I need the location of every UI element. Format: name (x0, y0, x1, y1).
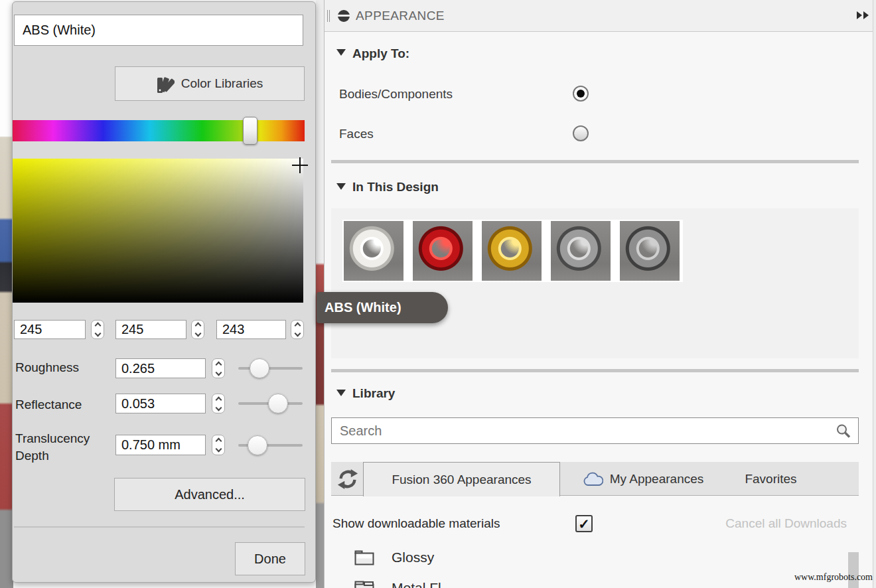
material-tooltip: ABS (White) (317, 292, 448, 323)
panel-title: APPEARANCE (356, 9, 445, 23)
hue-slider-track[interactable] (13, 120, 305, 141)
appearance-panel-header[interactable]: APPEARANCE (325, 0, 876, 32)
color-crosshair[interactable] (292, 157, 308, 173)
blue-value-input[interactable] (216, 320, 286, 339)
open-folder-icon (354, 580, 374, 588)
done-button[interactable]: Done (235, 542, 305, 575)
tab-my-appearances[interactable]: My Appearances (560, 462, 726, 496)
fusion360-screen: Color Libraries Roughness Reflectance (0, 0, 876, 588)
reflectance-stepper[interactable] (212, 394, 225, 413)
color-libraries-button[interactable]: Color Libraries (115, 66, 305, 101)
canvas-background-left (0, 0, 13, 588)
red-stepper[interactable] (91, 320, 104, 339)
library-tab-bar: Fusion 360 Appearances My Appearances Fa… (331, 462, 859, 496)
material-thumbnail-red-glossy[interactable] (413, 221, 473, 281)
roughness-label: Roughness (15, 360, 79, 375)
panel-right-edge (873, 0, 876, 588)
red-value-input[interactable] (14, 320, 86, 339)
blue-stepper[interactable] (291, 320, 304, 339)
folder-icon (354, 550, 374, 565)
roughness-slider-track[interactable] (238, 367, 303, 370)
apply-to-collapse-icon[interactable] (336, 49, 346, 56)
category-row-metal-flake[interactable]: Metal Fl (354, 580, 441, 588)
material-thumbnail-chrome[interactable] (551, 221, 611, 281)
reflectance-input[interactable] (115, 394, 206, 413)
design-materials-strip (342, 220, 683, 282)
translucency-depth-label: Translucency Depth (15, 430, 115, 465)
translucency-depth-input[interactable] (115, 435, 206, 455)
library-search-box (331, 417, 859, 444)
radio-bodies-components[interactable] (573, 86, 589, 102)
saturation-value-field[interactable] (13, 159, 303, 303)
panel-drag-grip[interactable] (327, 10, 330, 22)
show-downloadable-label: Show downloadable materials (332, 516, 500, 531)
hue-slider-handle[interactable] (243, 117, 257, 145)
tab-label: Favorites (745, 472, 796, 486)
refresh-icon[interactable] (336, 468, 359, 490)
library-header: Library (352, 386, 395, 401)
in-this-design-collapse-icon[interactable] (336, 183, 346, 190)
cancel-all-downloads-button[interactable]: Cancel all Downloads (725, 516, 847, 531)
category-row-glossy[interactable]: Glossy (354, 550, 434, 565)
search-icon[interactable] (836, 423, 851, 439)
show-downloadable-checkbox[interactable]: ✓ (575, 515, 593, 532)
tab-fusion-360-appearances[interactable]: Fusion 360 Appearances (363, 462, 560, 496)
section-divider (331, 369, 859, 372)
option-bodies-components-label: Bodies/Components (339, 87, 453, 102)
tab-favorites[interactable]: Favorites (726, 462, 816, 496)
appearance-sphere-icon (338, 10, 350, 22)
swatch-fan-icon (157, 74, 175, 94)
translucency-slider-handle[interactable] (248, 435, 267, 455)
reflectance-slider-handle[interactable] (268, 394, 288, 413)
roughness-input[interactable] (115, 358, 206, 378)
color-libraries-label: Color Libraries (181, 76, 263, 91)
cloud-icon (583, 471, 603, 486)
option-faces-label: Faces (339, 127, 374, 141)
in-this-design-header: In This Design (352, 180, 439, 194)
dialog-divider (14, 526, 305, 528)
material-thumbnail-steel[interactable] (620, 221, 680, 281)
reflectance-label: Reflectance (15, 398, 82, 412)
appearance-name-input[interactable] (14, 15, 303, 46)
roughness-slider-handle[interactable] (250, 358, 269, 378)
tab-label: My Appearances (610, 472, 704, 486)
material-thumbnail-white-plastic[interactable] (344, 221, 403, 281)
in-this-design-area (331, 208, 859, 358)
translucency-stepper[interactable] (212, 435, 225, 455)
radio-faces[interactable] (573, 125, 589, 141)
watermark: www.mfgrobots.com (794, 572, 873, 583)
category-label: Glossy (392, 550, 434, 565)
library-collapse-icon[interactable] (336, 390, 346, 396)
roughness-stepper[interactable] (212, 358, 225, 378)
tab-label: Fusion 360 Appearances (392, 473, 531, 487)
library-search-input[interactable] (332, 418, 858, 443)
section-divider (331, 160, 859, 163)
green-value-input[interactable] (115, 320, 186, 339)
green-stepper[interactable] (191, 320, 204, 339)
collapse-panel-icon[interactable] (857, 11, 869, 19)
color-editor-dialog: Color Libraries Roughness Reflectance (12, 1, 316, 583)
apply-to-header: Apply To: (352, 46, 409, 61)
category-label: Metal Fl (392, 580, 441, 588)
material-thumbnail-gold[interactable] (482, 221, 542, 281)
advanced-button[interactable]: Advanced... (114, 478, 305, 511)
